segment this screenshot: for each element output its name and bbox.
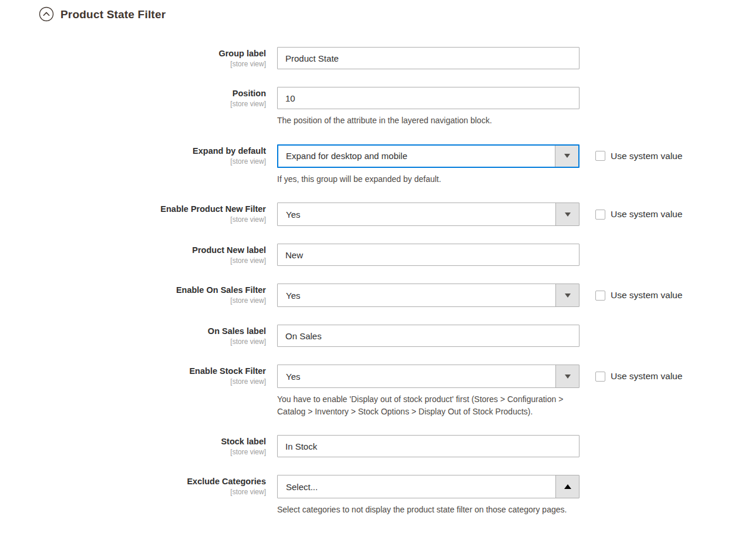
field-control-col: Expand for desktop and mobile If yes, th…	[277, 144, 579, 185]
section-title: Product State Filter	[60, 8, 166, 21]
field-control-col: Yes	[277, 284, 579, 307]
use-system-value-group: Use system value	[595, 203, 682, 220]
field-label-col: Exclude Categories [store view]	[0, 475, 266, 497]
enable-on-sales-filter-label: Enable On Sales Filter	[0, 285, 266, 296]
field-control-col: Yes	[277, 203, 579, 226]
field-note: You have to enable 'Display out of stock…	[277, 393, 571, 417]
field-control-col	[277, 244, 579, 266]
enable-stock-filter-label: Enable Stock Filter	[0, 366, 266, 377]
chevron-up-circle-icon	[39, 6, 54, 23]
field-row-position: Position [store view] The position of th…	[0, 87, 748, 127]
expand-by-default-label: Expand by default	[0, 146, 266, 157]
select-selected-value: Yes	[278, 284, 555, 306]
field-label-col: Group label [store view]	[0, 47, 266, 69]
field-note: Select categories to not display the pro…	[277, 504, 571, 516]
collapse-section-button[interactable]	[39, 7, 54, 22]
use-system-value-label[interactable]: Use system value	[611, 371, 682, 382]
enable-stock-filter-select[interactable]: Yes	[277, 365, 579, 388]
field-label-col: Position [store view]	[0, 87, 266, 109]
field-row-expand-by-default: Expand by default [store view] Expand fo…	[0, 144, 748, 185]
store-view-scope: [store view]	[0, 256, 266, 265]
enable-product-new-filter-label: Enable Product New Filter	[0, 204, 266, 215]
field-label-col: Product New label [store view]	[0, 244, 266, 265]
field-label-col: Expand by default [store view]	[0, 144, 266, 166]
store-view-scope: [store view]	[0, 487, 266, 497]
product-state-filter-form: Group label [store view] Position [store…	[0, 47, 748, 516]
product-state-filter-section: Product State Filter Group label [store …	[0, 0, 748, 560]
use-system-value-group: Use system value	[595, 284, 682, 301]
use-system-value-group: Use system value	[595, 144, 682, 161]
store-view-scope: [store view]	[0, 337, 266, 346]
use-system-value-label[interactable]: Use system value	[611, 209, 682, 220]
field-label-col: On Sales label [store view]	[0, 325, 266, 346]
on-sales-label-input[interactable]	[277, 325, 579, 347]
chevron-down-icon	[564, 154, 570, 158]
field-label-col: Enable Stock Filter [store view]	[0, 365, 266, 386]
field-row-on-sales-label: On Sales label [store view]	[0, 325, 748, 347]
stock-label-input[interactable]	[277, 435, 579, 457]
field-label-col: Enable Product New Filter [store view]	[0, 203, 266, 224]
group-label-input[interactable]	[277, 47, 579, 69]
select-dropdown-button[interactable]	[555, 146, 578, 167]
store-view-scope: [store view]	[0, 215, 266, 224]
store-view-scope: [store view]	[0, 99, 266, 109]
section-header: Product State Filter	[0, 0, 748, 23]
select-selected-value: Expand for desktop and mobile	[278, 146, 555, 167]
group-label-label: Group label	[0, 48, 266, 59]
position-input[interactable]	[277, 87, 579, 109]
position-label: Position	[0, 88, 266, 99]
chevron-down-icon	[565, 294, 571, 298]
on-sales-label-label: On Sales label	[0, 326, 266, 337]
field-control-col: Select... Select categories to not displ…	[277, 475, 579, 516]
field-note: If yes, this group will be expanded by d…	[277, 173, 571, 185]
field-note: The position of the attribute in the lay…	[277, 114, 571, 127]
field-row-stock-label: Stock label [store view]	[0, 435, 748, 457]
select-dropdown-button[interactable]	[555, 365, 579, 387]
field-control-col	[277, 47, 579, 69]
stock-label-label: Stock label	[0, 436, 266, 447]
store-view-scope: [store view]	[0, 59, 266, 69]
use-system-value-label[interactable]: Use system value	[611, 151, 682, 161]
store-view-scope: [store view]	[0, 377, 266, 386]
field-control-col	[277, 325, 579, 347]
field-label-col: Stock label [store view]	[0, 435, 266, 457]
chevron-down-icon	[565, 375, 571, 379]
field-row-enable-stock-filter: Enable Stock Filter [store view] Yes You…	[0, 365, 748, 417]
select-dropdown-button[interactable]	[555, 284, 579, 306]
store-view-scope: [store view]	[0, 296, 266, 305]
enable-product-new-filter-select[interactable]: Yes	[277, 203, 579, 226]
select-dropdown-button[interactable]	[555, 475, 579, 498]
field-row-exclude-categories: Exclude Categories [store view] Select..…	[0, 475, 748, 516]
use-system-value-checkbox[interactable]	[595, 291, 605, 301]
use-system-value-checkbox[interactable]	[595, 372, 605, 382]
field-control-col	[277, 435, 579, 457]
exclude-categories-label: Exclude Categories	[0, 476, 266, 487]
field-control-col: The position of the attribute in the lay…	[277, 87, 579, 127]
field-row-group-label: Group label [store view]	[0, 47, 748, 69]
select-selected-value: Select...	[278, 475, 555, 498]
product-new-label-input[interactable]	[277, 244, 579, 266]
field-control-col: Yes You have to enable 'Display out of s…	[277, 365, 579, 417]
store-view-scope: [store view]	[0, 157, 266, 166]
store-view-scope: [store view]	[0, 447, 266, 457]
field-label-col: Enable On Sales Filter [store view]	[0, 284, 266, 305]
use-system-value-group: Use system value	[595, 365, 682, 382]
use-system-value-label[interactable]: Use system value	[611, 290, 682, 301]
field-row-enable-on-sales-filter: Enable On Sales Filter [store view] Yes …	[0, 284, 748, 307]
select-dropdown-button[interactable]	[555, 203, 579, 225]
product-new-label-label: Product New label	[0, 245, 266, 256]
use-system-value-checkbox[interactable]	[595, 151, 605, 161]
enable-on-sales-filter-select[interactable]: Yes	[277, 284, 579, 307]
chevron-down-icon	[565, 212, 571, 217]
exclude-categories-select[interactable]: Select...	[277, 475, 579, 498]
use-system-value-checkbox[interactable]	[595, 210, 605, 220]
field-row-enable-product-new-filter: Enable Product New Filter [store view] Y…	[0, 203, 748, 226]
select-selected-value: Yes	[278, 365, 555, 387]
select-selected-value: Yes	[278, 203, 555, 225]
expand-by-default-select[interactable]: Expand for desktop and mobile	[277, 144, 579, 168]
field-row-product-new-label: Product New label [store view]	[0, 244, 748, 266]
chevron-up-icon	[564, 484, 571, 489]
